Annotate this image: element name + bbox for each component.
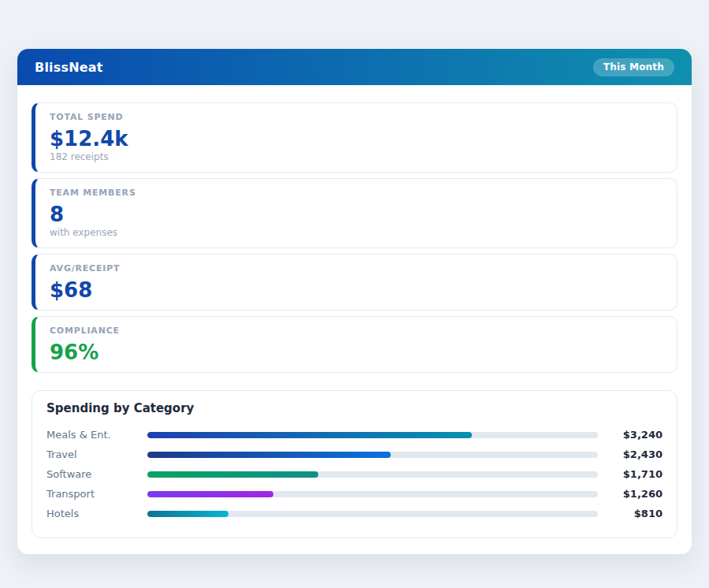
bar-fill bbox=[147, 511, 228, 517]
bar-track bbox=[147, 432, 598, 438]
category-value: $810 bbox=[604, 508, 663, 519]
stat-value: $68 bbox=[50, 279, 663, 301]
category-label: Hotels bbox=[46, 508, 141, 519]
stat-subtext: with expenses bbox=[50, 227, 663, 239]
chart-rows: Meals & Ent. $3,240 Travel $2,430 Softwa… bbox=[46, 425, 663, 523]
category-value: $1,260 bbox=[604, 488, 663, 500]
app-header: BlissNeat This Month bbox=[17, 49, 692, 85]
app-title: BlissNeat bbox=[35, 60, 103, 75]
dashboard-card: BlissNeat This Month TOTAL SPEND $12.4k … bbox=[17, 49, 692, 554]
category-value: $3,240 bbox=[604, 429, 663, 441]
category-value: $1,710 bbox=[604, 468, 663, 480]
chart-row: Transport $1,260 bbox=[46, 484, 663, 504]
bar-track bbox=[147, 511, 598, 517]
stat-value: 96% bbox=[50, 341, 663, 363]
category-label: Transport bbox=[46, 488, 141, 500]
stat-value: $12.4k bbox=[50, 128, 663, 150]
stat-label: TEAM MEMBERS bbox=[50, 188, 663, 199]
stat-card-avg-receipt: AVG/RECEIPT $68 bbox=[32, 254, 677, 311]
chart-row: Software $1,710 bbox=[46, 464, 663, 484]
category-label: Software bbox=[46, 468, 141, 480]
stat-label: AVG/RECEIPT bbox=[50, 263, 663, 274]
category-label: Travel bbox=[46, 448, 141, 460]
stat-card-team-members: TEAM MEMBERS 8 with expenses bbox=[32, 178, 677, 248]
stat-card-compliance: COMPLIANCE 96% bbox=[32, 316, 677, 373]
bar-fill bbox=[147, 491, 273, 497]
bar-fill bbox=[147, 471, 318, 478]
spending-by-category-card: Spending by Category Meals & Ent. $3,240… bbox=[32, 390, 677, 538]
bar-track bbox=[147, 491, 598, 497]
stat-label: TOTAL SPEND bbox=[50, 112, 663, 123]
bar-track bbox=[147, 471, 598, 478]
chart-row: Meals & Ent. $3,240 bbox=[46, 425, 663, 445]
chart-row: Travel $2,430 bbox=[46, 445, 663, 464]
dashboard-body: TOTAL SPEND $12.4k 182 receipts TEAM MEM… bbox=[17, 85, 692, 554]
bar-fill bbox=[147, 432, 472, 438]
period-badge[interactable]: This Month bbox=[593, 58, 674, 76]
stat-card-total-spend: TOTAL SPEND $12.4k 182 receipts bbox=[32, 102, 677, 173]
stat-label: COMPLIANCE bbox=[50, 326, 663, 337]
stat-value: 8 bbox=[50, 203, 663, 225]
category-value: $2,430 bbox=[604, 448, 663, 460]
chart-title: Spending by Category bbox=[46, 401, 663, 415]
category-label: Meals & Ent. bbox=[46, 429, 141, 441]
chart-row: Hotels $810 bbox=[46, 504, 663, 523]
bar-fill bbox=[147, 452, 391, 458]
stat-subtext: 182 receipts bbox=[50, 151, 663, 163]
bar-track bbox=[147, 452, 598, 458]
